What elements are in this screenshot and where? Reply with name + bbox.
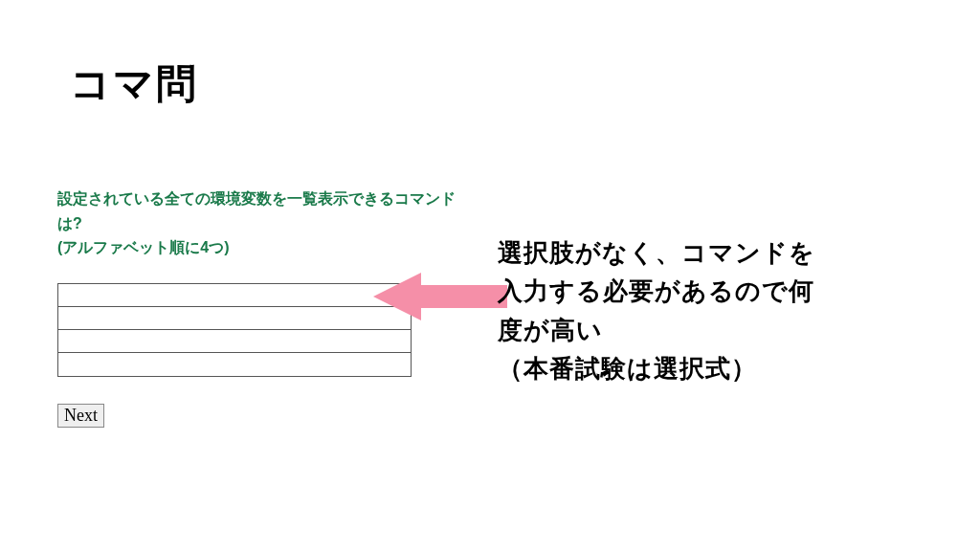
answer-input-1[interactable]: [58, 284, 411, 306]
annotation-line-1: 選択肢がなく、コマンドを: [498, 238, 815, 267]
answer-input-4[interactable]: [58, 353, 411, 376]
annotation-line-3: 度が高い: [498, 316, 603, 344]
quiz-container: 設定されている全ての環境変数を一覧表示できるコマンドは? (アルファベット順に4…: [57, 187, 459, 428]
answer-input-3[interactable]: [58, 330, 411, 352]
slide-title: コマ問: [70, 57, 198, 111]
answer-input-2[interactable]: [58, 307, 411, 329]
annotation-line-4: （本番試験は選択式）: [498, 354, 757, 383]
annotation-text: 選択肢がなく、コマンドを 入力する必要があるので何 度が高い （本番試験は選択式…: [498, 233, 938, 387]
answer-row: [58, 353, 411, 376]
annotation-line-2: 入力する必要があるので何: [498, 276, 814, 305]
question-line-2: (アルファベット順に4つ): [57, 239, 230, 255]
question-text: 設定されている全ての環境変数を一覧表示できるコマンドは? (アルファベット順に4…: [57, 187, 459, 260]
answer-input-stack: [57, 283, 412, 377]
answer-row: [58, 307, 411, 330]
answer-row: [58, 284, 411, 307]
answer-row: [58, 330, 411, 353]
question-line-1: 設定されている全ての環境変数を一覧表示できるコマンドは?: [57, 190, 456, 231]
next-button[interactable]: Next: [57, 404, 104, 428]
